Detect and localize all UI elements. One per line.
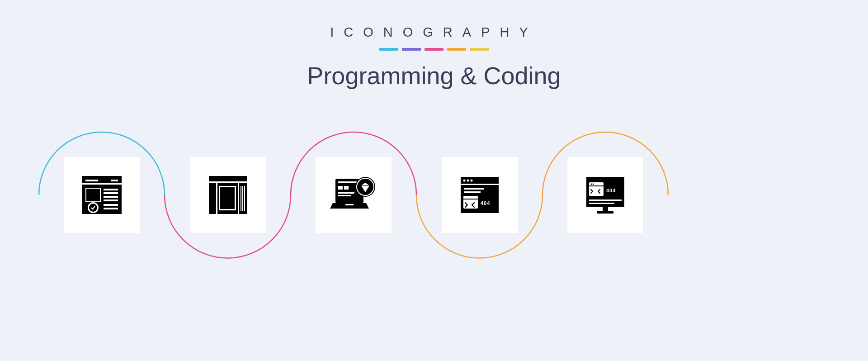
- layout-wireframe-icon: [205, 172, 250, 218]
- svg-rect-2: [111, 180, 118, 181]
- svg-rect-50: [589, 203, 614, 204]
- svg-rect-3: [82, 183, 122, 185]
- stripe-pink: [425, 48, 443, 51]
- browser-404-error-icon: 404: [457, 172, 502, 218]
- icon-tile: [190, 157, 266, 233]
- icon-tile: [64, 157, 140, 233]
- monitor-404-error-icon: 404: [583, 172, 628, 218]
- svg-rect-19: [220, 187, 235, 209]
- svg-rect-28: [338, 195, 351, 196]
- stripe-yellow: [470, 48, 489, 51]
- error-code-label: 404: [481, 200, 490, 206]
- brand-label: ICONOGRAPHY: [0, 25, 868, 40]
- laptop-premium-diamond-icon: [329, 172, 378, 218]
- svg-rect-44: [597, 211, 613, 214]
- svg-rect-25: [338, 186, 343, 190]
- svg-rect-46: [589, 185, 604, 186]
- svg-rect-16: [216, 183, 217, 214]
- web-page-approved-icon: [79, 172, 124, 218]
- stripe-purple: [402, 48, 421, 51]
- icon-tile: 404: [567, 157, 643, 233]
- svg-rect-6: [104, 189, 118, 190]
- svg-point-36: [471, 180, 473, 182]
- svg-rect-49: [589, 200, 622, 201]
- svg-rect-37: [461, 184, 499, 185]
- svg-rect-38: [464, 188, 484, 190]
- svg-rect-29: [345, 204, 354, 205]
- page-title: Programming & Coding: [0, 62, 868, 90]
- icon-tile: [316, 157, 392, 233]
- svg-rect-8: [104, 196, 118, 198]
- svg-rect-20: [241, 186, 241, 211]
- stripe-orange: [447, 48, 466, 51]
- svg-rect-15: [209, 181, 247, 183]
- svg-rect-22: [244, 186, 245, 211]
- svg-point-35: [467, 180, 469, 182]
- svg-rect-13: [104, 208, 118, 209]
- svg-rect-5: [86, 189, 100, 201]
- svg-rect-1: [85, 180, 98, 181]
- icon-tile: 404: [442, 157, 518, 233]
- svg-rect-9: [104, 200, 118, 201]
- svg-point-34: [463, 180, 466, 182]
- svg-rect-39: [464, 191, 481, 193]
- svg-rect-12: [104, 204, 118, 206]
- accent-stripes: [0, 48, 868, 51]
- svg-rect-43: [603, 207, 608, 211]
- svg-point-11: [89, 204, 97, 212]
- stripe-cyan: [379, 48, 398, 51]
- header: ICONOGRAPHY Programming & Coding: [0, 0, 868, 90]
- svg-rect-26: [344, 186, 349, 190]
- svg-point-48: [593, 184, 594, 185]
- svg-rect-7: [104, 192, 118, 194]
- svg-point-47: [591, 184, 592, 185]
- svg-rect-41: [463, 199, 478, 200]
- svg-rect-27: [338, 192, 354, 194]
- svg-rect-21: [242, 186, 243, 211]
- error-code-label: 404: [606, 188, 616, 193]
- svg-rect-17: [238, 183, 239, 214]
